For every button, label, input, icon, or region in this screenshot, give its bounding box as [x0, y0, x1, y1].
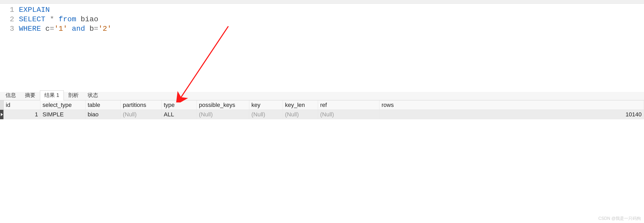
code-line: SELECT * from biao — [19, 15, 98, 24]
tab-info[interactable]: 信息 — [1, 90, 20, 100]
col-rows[interactable]: rows — [379, 100, 644, 110]
cell-rows[interactable]: 10140 — [379, 110, 644, 119]
code-line: EXPLAIN — [19, 5, 50, 15]
row-marker-icon — [0, 110, 4, 119]
sql-editor[interactable]: 1 EXPLAIN 2 SELECT * from biao 3 WHERE c… — [0, 4, 644, 92]
col-partitions[interactable]: partitions — [121, 100, 162, 110]
col-key[interactable]: key — [249, 100, 283, 110]
cell-possible-keys[interactable]: (Null) — [197, 110, 249, 119]
grid-header-row: id select_type table partitions type pos… — [0, 100, 644, 110]
col-possible-keys[interactable]: possible_keys — [197, 100, 249, 110]
cell-key-len[interactable]: (Null) — [283, 110, 318, 119]
tab-profile[interactable]: 剖析 — [64, 90, 83, 100]
col-select-type[interactable]: select_type — [40, 100, 86, 110]
cell-ref[interactable]: (Null) — [318, 110, 379, 119]
col-id[interactable]: id — [4, 100, 40, 110]
toolbar — [0, 0, 644, 4]
col-type[interactable]: type — [162, 100, 197, 110]
tab-status[interactable]: 状态 — [83, 90, 103, 100]
tab-result-1[interactable]: 结果 1 — [40, 90, 64, 100]
result-tabs: 信息 摘要 结果 1 剖析 状态 — [0, 92, 644, 100]
col-table[interactable]: table — [86, 100, 121, 110]
row-marker-header — [0, 100, 4, 110]
cell-table[interactable]: biao — [86, 110, 121, 119]
col-key-len[interactable]: key_len — [283, 100, 318, 110]
cell-type[interactable]: ALL — [162, 110, 197, 119]
result-grid[interactable]: id select_type table partitions type pos… — [0, 100, 644, 119]
cell-select-type[interactable]: SIMPLE — [40, 110, 86, 119]
col-ref[interactable]: ref — [318, 100, 379, 110]
line-number: 2 — [0, 15, 19, 24]
tab-summary[interactable]: 摘要 — [20, 90, 40, 100]
code-line: WHERE c='1' and b='2' — [19, 24, 112, 34]
table-row[interactable]: 1 SIMPLE biao (Null) ALL (Null) (Null) (… — [0, 110, 644, 119]
cell-key[interactable]: (Null) — [249, 110, 283, 119]
line-number: 1 — [0, 5, 19, 15]
cell-partitions[interactable]: (Null) — [121, 110, 162, 119]
line-number: 3 — [0, 24, 19, 34]
watermark: CSDN @我是一只码狗 — [598, 216, 641, 221]
cell-id[interactable]: 1 — [4, 110, 40, 119]
